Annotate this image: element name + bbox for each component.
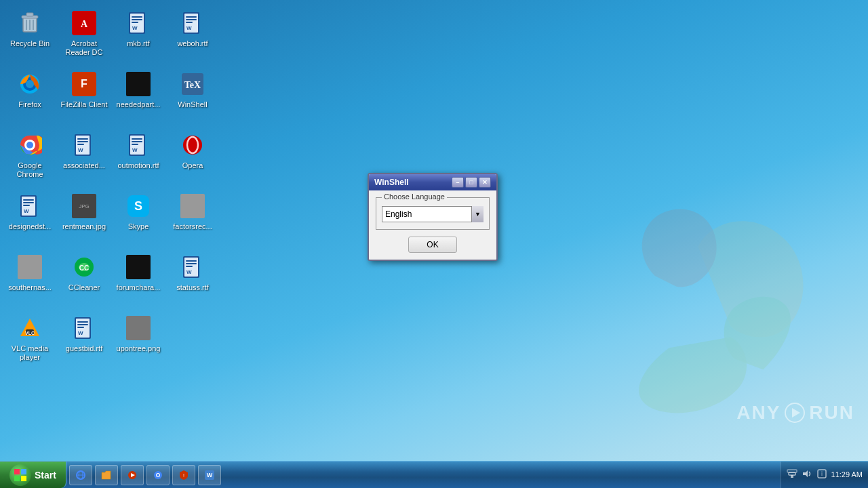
- dialog-close-button[interactable]: ✕: [479, 177, 491, 188]
- svg-rect-20: [186, 22, 193, 23]
- anyrun-watermark: ANY RUN: [736, 402, 854, 424]
- taskbar-chrome-taskbar-button[interactable]: [146, 465, 170, 485]
- firefox-icon[interactable]: Firefox: [5, 66, 54, 127]
- network-tray-icon[interactable]: [787, 468, 797, 481]
- weboh-rtf-label: weboh.rtf: [177, 39, 208, 48]
- svg-rect-86: [787, 470, 797, 472]
- svg-point-24: [26, 80, 34, 88]
- chrome-label: Google Chrome: [6, 161, 54, 179]
- system-clock[interactable]: 11:29 AM: [831, 470, 863, 480]
- svg-rect-4: [26, 13, 33, 16]
- svg-rect-32: [77, 138, 88, 140]
- svg-text:!: !: [183, 473, 184, 478]
- svg-rect-48: [23, 205, 30, 206]
- skype-icon[interactable]: S Skype: [114, 188, 163, 249]
- guestbid-rtf-icon[interactable]: W guestbid.rtf: [60, 310, 108, 371]
- svg-text:W: W: [207, 472, 213, 479]
- taskbar-task-button[interactable]: W: [198, 465, 221, 485]
- acrobat-icon[interactable]: A Acrobat Reader DC: [60, 5, 108, 66]
- svg-text:W: W: [186, 269, 192, 275]
- start-label: Start: [35, 470, 56, 481]
- recycle-bin-icon[interactable]: Recycle Bin: [5, 5, 54, 66]
- svg-rect-66: [77, 324, 88, 325]
- language-select[interactable]: English German French Spanish Italian: [382, 206, 484, 222]
- svg-text:A: A: [81, 19, 88, 29]
- firefox-label: Firefox: [18, 100, 41, 109]
- ccleaner-label: CCleaner: [68, 283, 100, 292]
- southern-label: southernas...: [8, 283, 52, 292]
- dialog-maximize-button[interactable]: □: [465, 177, 477, 188]
- upontree-png-label: upontree.png: [117, 344, 161, 353]
- mkb-rtf-icon[interactable]: W mkb.rtf: [114, 5, 163, 66]
- anyrun-text: ANY: [736, 402, 781, 424]
- associated-rtf-label: associated...: [63, 161, 105, 170]
- start-button[interactable]: Start: [0, 462, 66, 488]
- svg-rect-39: [132, 141, 142, 142]
- clock-time: 11:29 AM: [831, 470, 863, 480]
- svg-rect-14: [132, 22, 138, 23]
- rentmean-jpg-icon[interactable]: JPG rentmean.jpg: [60, 188, 108, 249]
- dialog-body: Choose Language English German French Sp…: [369, 190, 496, 260]
- svg-rect-12: [132, 16, 142, 18]
- ccleaner-icon[interactable]: CC CCleaner: [60, 249, 108, 310]
- chrome-icon[interactable]: Google Chrome: [5, 127, 54, 188]
- svg-rect-40: [132, 144, 138, 145]
- outmotion-rtf-icon[interactable]: W outmotion.rtf: [114, 127, 163, 188]
- taskbar-shield-button[interactable]: !: [172, 465, 195, 485]
- skype-label: Skype: [128, 222, 149, 231]
- southern-icon[interactable]: southernas...: [5, 249, 54, 310]
- filezilla-icon[interactable]: F FileZilla Client: [60, 66, 108, 127]
- statuss-rtf-label: statuss.rtf: [176, 283, 209, 292]
- svg-rect-33: [77, 141, 88, 142]
- taskbar-tray: i 11:29 AM: [781, 462, 868, 488]
- svg-rect-58: [186, 266, 193, 267]
- svg-rect-56: [186, 260, 197, 262]
- svg-rect-69: [14, 469, 20, 474]
- taskbar-folder-button[interactable]: [95, 465, 118, 485]
- factorsrec-icon[interactable]: factorsrec...: [168, 188, 217, 249]
- taskbar-middle: ! W: [66, 462, 781, 488]
- ok-button[interactable]: OK: [408, 237, 457, 253]
- svg-text:TeX: TeX: [184, 80, 201, 90]
- taskbar: Start: [0, 461, 868, 488]
- acrobat-label: Acrobat Reader DC: [60, 39, 108, 57]
- upontree-png-icon[interactable]: upontree.png: [114, 310, 163, 371]
- mkb-rtf-label: mkb.rtf: [127, 39, 150, 48]
- choose-language-groupbox: Choose Language English German French Sp…: [376, 197, 490, 230]
- svg-rect-46: [23, 199, 34, 201]
- opera-icon[interactable]: Opera: [168, 127, 217, 188]
- svg-rect-70: [21, 469, 26, 474]
- svg-text:W: W: [186, 25, 192, 31]
- svg-rect-67: [77, 327, 84, 328]
- desktop: ANY RUN Recycle Bin: [0, 0, 868, 461]
- svg-rect-57: [186, 263, 197, 264]
- volume-tray-icon[interactable]: [802, 468, 812, 481]
- svg-point-29: [26, 142, 33, 148]
- forumchara-label: forumchara...: [117, 283, 161, 292]
- svg-text:W: W: [132, 25, 138, 31]
- svg-text:S: S: [134, 199, 142, 213]
- statuss-rtf-icon[interactable]: W statuss.rtf: [168, 249, 217, 310]
- weboh-rtf-icon[interactable]: W weboh.rtf: [168, 5, 217, 66]
- filezilla-label: FileZilla Client: [60, 100, 107, 109]
- taskbar-ie-button[interactable]: [69, 465, 92, 485]
- svg-rect-18: [186, 16, 197, 18]
- winshell-desktop-icon[interactable]: TeX WinShell: [168, 66, 217, 127]
- associated-rtf-icon[interactable]: W associated...: [60, 127, 108, 188]
- opera-label: Opera: [182, 161, 203, 170]
- vlc-icon[interactable]: VLC VLC media player: [5, 310, 54, 371]
- action-center-tray-icon[interactable]: i: [816, 468, 827, 481]
- svg-point-42: [183, 136, 202, 155]
- designedst-icon[interactable]: W designedst...: [5, 188, 54, 249]
- anyrun-text2: RUN: [809, 402, 854, 424]
- forumchara-icon[interactable]: forumchara...: [114, 249, 163, 310]
- rentmean-jpg-label: rentmean.jpg: [62, 222, 106, 231]
- dialog-minimize-button[interactable]: –: [452, 177, 464, 188]
- taskbar-media-button[interactable]: [121, 465, 144, 485]
- dialog-ok-row: OK: [376, 237, 490, 253]
- svg-rect-71: [14, 476, 20, 481]
- neededpart-icon[interactable]: neededpart...: [114, 66, 163, 127]
- svg-rect-19: [186, 19, 197, 20]
- groupbox-legend: Choose Language: [382, 192, 447, 201]
- svg-rect-65: [77, 321, 88, 323]
